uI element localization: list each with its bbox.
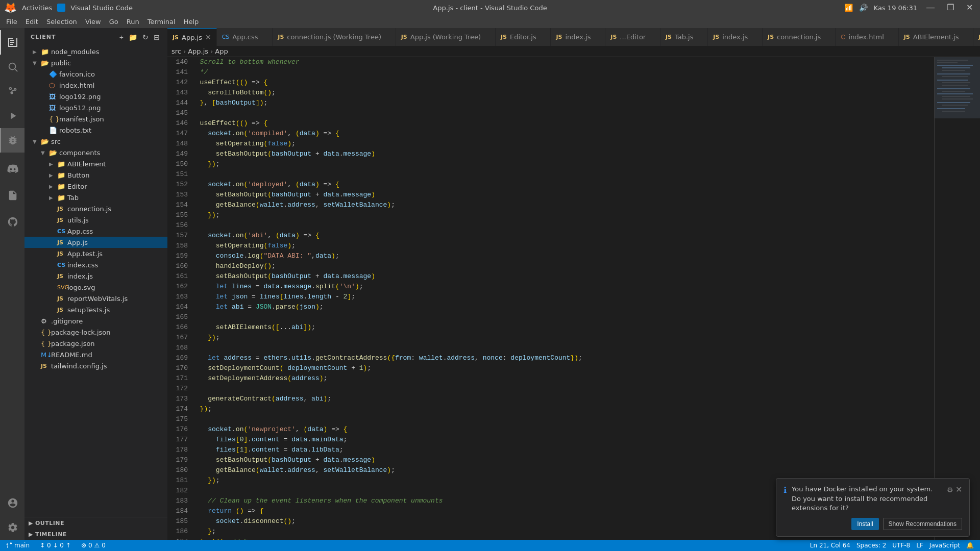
tab-editor-working[interactable]: JS ...Editor ✕ <box>605 28 660 46</box>
tab-connectionjs[interactable]: JS connection.js ✕ <box>763 28 836 46</box>
extensions-activity[interactable] <box>0 128 24 153</box>
branch-status[interactable]: main <box>4 540 32 551</box>
tab-abielementjs[interactable]: JS ABIElement.js ✕ <box>899 28 974 46</box>
tree-tailwindconfig[interactable]: JS tailwind.config.js <box>24 360 167 371</box>
menu-go[interactable]: Go <box>105 17 122 27</box>
install-button[interactable]: Install <box>851 518 878 530</box>
tab-tabjs[interactable]: JS Tab.js ✕ <box>660 28 708 46</box>
tab-appjs[interactable]: JS App.js ✕ <box>167 28 217 46</box>
tree-item-label: reportWebVitals.js <box>67 295 128 303</box>
tree-node-modules[interactable]: ▶ 📁 node_modules <box>24 46 167 57</box>
encoding-status[interactable]: UTF-8 <box>890 540 912 551</box>
tree-robots[interactable]: 📄 robots.txt <box>24 124 167 136</box>
tab-utilsjs[interactable]: JS utils.js ✕ <box>973 28 980 46</box>
position-status[interactable]: Ln 21, Col 64 <box>808 540 852 551</box>
menu-edit[interactable]: Edit <box>21 17 42 27</box>
activities-label[interactable]: Activities <box>22 4 52 12</box>
notification-gear-button[interactable]: ⚙ <box>947 485 953 494</box>
tab-appjs-working[interactable]: JS App.js (Working Tree) ✕ <box>396 28 496 46</box>
tree-tab-folder[interactable]: ▶ 📁 Tab <box>24 192 167 203</box>
tab-editorjs[interactable]: JS Editor.js ✕ <box>496 28 551 46</box>
eol-status[interactable]: LF <box>914 540 925 551</box>
settings-icon[interactable] <box>0 515 24 540</box>
tree-src[interactable]: ▼ 📂 src <box>24 136 167 147</box>
tree-editor-folder[interactable]: ▶ 📁 Editor <box>24 181 167 192</box>
tab-indexjs[interactable]: JS index.js ✕ <box>551 28 605 46</box>
tree-manifest[interactable]: { } manifest.json <box>24 113 167 124</box>
tab-appcss[interactable]: CS App.css ✕ <box>217 28 273 46</box>
tree-indexjs[interactable]: JS index.js <box>24 270 167 282</box>
code-line: console.log("DATA ABI: ",data); <box>192 251 930 261</box>
tree-favicon[interactable]: 🔷 favicon.ico <box>24 68 167 80</box>
line-num: 172 <box>172 384 188 394</box>
outline-section[interactable]: ▶ OUTLINE <box>24 517 167 529</box>
tree-packagelockjson[interactable]: { } package-lock.json <box>24 327 167 338</box>
tree-components[interactable]: ▼ 📂 components <box>24 147 167 158</box>
timeline-section[interactable]: ▶ TIMELINE <box>24 529 167 540</box>
md-icon: M↓ <box>41 351 49 359</box>
tree-utils-js[interactable]: JS utils.js <box>24 214 167 226</box>
tab-connectionjs-working[interactable]: JS connection.js (Working Tree) ✕ <box>273 28 396 46</box>
sync-status[interactable]: ↕ 0 ↓ 0 ↑ <box>38 540 73 551</box>
notification-close-button[interactable]: ✕ <box>955 485 962 494</box>
tree-logosvg[interactable]: SVG logo.svg <box>24 282 167 293</box>
breadcrumb-app[interactable]: App <box>215 47 228 55</box>
maximize-button[interactable]: ❐ <box>944 0 957 15</box>
tab-indexjs2[interactable]: JS index.js ✕ <box>708 28 763 46</box>
run-debug-activity[interactable] <box>0 104 24 128</box>
spaces-status[interactable]: Spaces: 2 <box>854 540 888 551</box>
errors-status[interactable]: ⊗ 0 ⚠ 0 <box>79 540 108 551</box>
new-folder-button[interactable]: 📁 <box>127 32 139 42</box>
tree-indexhtml[interactable]: ⬡ index.html <box>24 80 167 91</box>
tree-indexcss[interactable]: CS index.css <box>24 259 167 270</box>
refresh-button[interactable]: ↻ <box>141 32 150 42</box>
tree-button[interactable]: ▶ 📁 Button <box>24 169 167 181</box>
source-control-activity[interactable] <box>0 79 24 104</box>
tree-apptestjs[interactable]: JS App.test.js <box>24 248 167 259</box>
language-status[interactable]: JavaScript <box>927 540 962 551</box>
tree-readme[interactable]: M↓ README.md <box>24 349 167 360</box>
tree-appcss[interactable]: CS App.css <box>24 226 167 237</box>
tree-public[interactable]: ▼ 📂 public <box>24 57 167 68</box>
account-icon[interactable] <box>0 491 24 515</box>
breadcrumb-sep2: › <box>210 47 213 55</box>
tree-setuptests[interactable]: JS setupTests.js <box>24 304 167 315</box>
search-activity[interactable] <box>0 55 24 79</box>
menu-terminal[interactable]: Terminal <box>143 17 180 27</box>
line-num: 161 <box>172 271 188 282</box>
menu-view[interactable]: View <box>81 17 105 27</box>
menu-run[interactable]: Run <box>122 17 143 27</box>
new-file-button[interactable]: + <box>118 32 125 42</box>
github-icon[interactable] <box>0 210 24 234</box>
tree-abielement[interactable]: ▶ 📁 ABIElement <box>24 158 167 169</box>
tree-gitignore[interactable]: ⚙ .gitignore <box>24 315 167 327</box>
code-line: setDeploymentCount( deploymentCount + 1)… <box>192 363 930 373</box>
line-num: 153 <box>172 190 188 200</box>
feedback-status[interactable]: 🔔 <box>964 540 976 551</box>
vscode-label[interactable]: Visual Studio Code <box>70 4 133 12</box>
tree-packagejson[interactable]: { } package.json <box>24 338 167 349</box>
sidebar-title: CLIENT <box>31 34 56 40</box>
menu-file[interactable]: File <box>2 17 21 27</box>
js-icon: JS <box>57 251 65 257</box>
code-line: files[0].content = data.mainData; <box>192 435 930 445</box>
close-button[interactable]: ✕ <box>963 0 976 15</box>
tab-indexhtml[interactable]: ⬡ index.html ✕ <box>836 28 899 46</box>
code-content[interactable]: Scroll to bottom whenever */ useEffect((… <box>192 57 934 540</box>
tab-close-button[interactable]: ✕ <box>205 33 211 41</box>
tree-reportwebvitals[interactable]: JS reportWebVitals.js <box>24 293 167 304</box>
menu-help[interactable]: Help <box>180 17 203 27</box>
tree-logo192[interactable]: 🖼 logo192.png <box>24 91 167 102</box>
tree-logo512[interactable]: 🖼 logo512.png <box>24 102 167 113</box>
show-recommendations-button[interactable]: Show Recommendations <box>883 518 962 530</box>
files-icon[interactable] <box>0 183 24 208</box>
discord-icon[interactable] <box>0 157 24 181</box>
explorer-activity[interactable] <box>0 30 24 55</box>
menu-selection[interactable]: Selection <box>42 17 81 27</box>
tree-connection-js[interactable]: JS connection.js <box>24 203 167 214</box>
collapse-button[interactable]: ⊟ <box>152 32 161 42</box>
breadcrumb-src[interactable]: src <box>172 47 181 55</box>
minimize-button[interactable]: — <box>923 0 938 15</box>
breadcrumb-appjs[interactable]: App.js <box>188 47 208 55</box>
tree-appjs[interactable]: JS App.js <box>24 237 167 248</box>
